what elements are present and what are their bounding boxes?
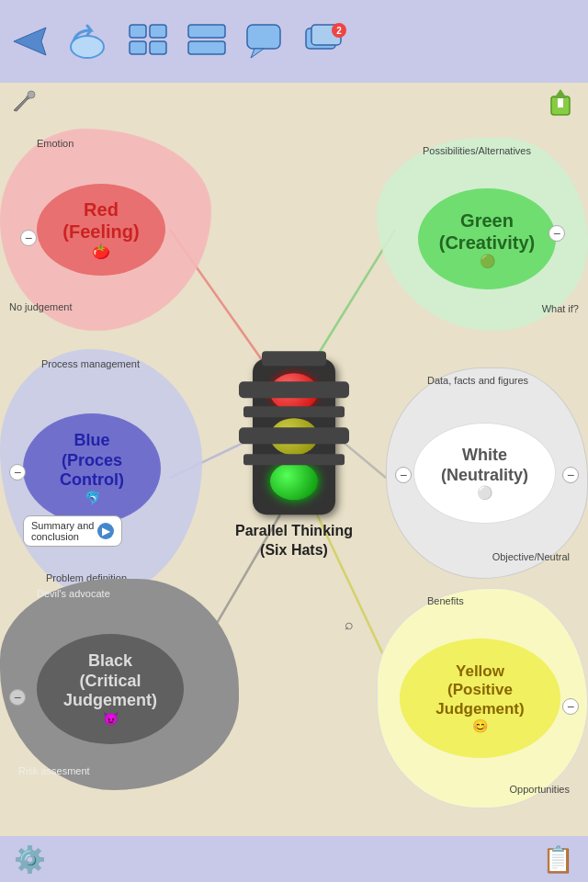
white-top-label: Data, facts and figures xyxy=(427,375,528,386)
blue-minus-btn[interactable]: − xyxy=(9,464,26,481)
svg-rect-6 xyxy=(188,25,225,38)
traffic-light xyxy=(253,358,335,514)
yellow-title: Yellow(PositiveJudgement) xyxy=(435,662,524,718)
white-minus-right-btn[interactable]: − xyxy=(562,467,579,483)
badge: 2 xyxy=(332,23,346,38)
svg-rect-2 xyxy=(130,25,146,38)
node-red[interactable]: Emotion Red(Feeling) 🍅 − No judgement xyxy=(0,129,211,331)
node-blue[interactable]: Process management Blue(ProcesControl) 🐬… xyxy=(0,349,202,597)
traffic-light-green xyxy=(270,463,318,501)
svg-text:⌕: ⌕ xyxy=(345,616,354,632)
black-minus-btn[interactable]: − xyxy=(9,689,26,706)
share-button[interactable] xyxy=(65,21,109,62)
svg-rect-8 xyxy=(247,25,280,49)
red-ellipse[interactable]: Red(Feeling) 🍅 xyxy=(37,184,165,276)
black-bottom-label: Risk assesment xyxy=(18,765,90,776)
svg-rect-4 xyxy=(150,25,166,38)
svg-rect-5 xyxy=(150,41,166,54)
blue-top-label: Process management xyxy=(41,358,140,369)
node-yellow[interactable]: Benefits Yellow(PositiveJudgement) 😊 − O… xyxy=(377,588,588,808)
summary-button[interactable]: Summary andconclusion ▶ xyxy=(23,515,122,547)
green-title: Green(Creativity) xyxy=(439,209,535,254)
node-green[interactable]: Possibilities/Alternatives Green(Creativ… xyxy=(377,138,588,331)
blue-title: Blue(ProcesControl) xyxy=(60,431,124,491)
export-button[interactable]: 2 xyxy=(302,21,348,62)
blue-ellipse[interactable]: Blue(ProcesControl) 🐬 xyxy=(23,413,161,524)
red-title: Red(Feeling) xyxy=(62,198,139,243)
svg-marker-0 xyxy=(14,28,46,55)
comment-button[interactable] xyxy=(243,21,288,62)
white-bottom-label: Objective/Neutral xyxy=(492,551,570,562)
green-top-label: Possibilities/Alternatives xyxy=(423,145,531,156)
summary-arrow-icon: ▶ xyxy=(97,523,114,539)
center-title: Parallel Thinking (Six Hats) xyxy=(220,522,368,560)
black-ellipse[interactable]: Black(CriticalJudgement) 😈 xyxy=(37,634,184,744)
green-ellipse[interactable]: Green(Creativity) 🟢 xyxy=(418,188,556,289)
node-white[interactable]: Data, facts and figures White(Neutrality… xyxy=(386,368,588,579)
red-bottom-label: No judgement xyxy=(9,301,73,312)
summary-label: Summary andconclusion xyxy=(31,520,94,542)
gear-button[interactable]: ⚙️ xyxy=(14,844,46,875)
white-ellipse[interactable]: White(Neutrality) ⚪ xyxy=(413,423,556,524)
wrench-icon[interactable] xyxy=(9,87,37,119)
traffic-light-red xyxy=(270,373,318,411)
yellow-top-label: Benefits xyxy=(427,595,464,606)
svg-marker-9 xyxy=(251,49,264,58)
bottom-bar: ⚙️ 📋 xyxy=(0,836,588,882)
node-black[interactable]: Devil's advocate Black(CriticalJudgement… xyxy=(0,579,239,790)
svg-point-22 xyxy=(28,91,35,98)
traffic-light-yellow xyxy=(270,418,318,456)
svg-point-1 xyxy=(71,36,104,58)
canvas: ⌕ Emotion Red(Feeling) 🍅 − No judgement … xyxy=(0,83,588,836)
app: 2 ⌕ Emotion Red(Feeling) xyxy=(0,0,588,882)
notepad-button[interactable]: 📋 xyxy=(542,844,574,875)
yellow-minus-btn[interactable]: − xyxy=(562,698,579,715)
svg-rect-3 xyxy=(130,41,146,54)
svg-marker-20 xyxy=(554,89,567,98)
black-top-label: Devil's advocate xyxy=(37,588,110,599)
layout1-button[interactable] xyxy=(126,21,170,62)
toolbar: 2 xyxy=(0,0,588,83)
green-bottom-label: What if? xyxy=(542,303,579,314)
node-center: Parallel Thinking (Six Hats) xyxy=(220,358,368,560)
red-minus-btn[interactable]: − xyxy=(20,230,37,246)
layout2-button[interactable] xyxy=(185,21,229,62)
back-button[interactable] xyxy=(9,23,51,60)
green-minus-btn[interactable]: − xyxy=(548,225,565,242)
black-title: Black(CriticalJudgement) xyxy=(63,651,157,711)
white-title: White(Neutrality) xyxy=(441,446,528,485)
yellow-bottom-label: Opportunities xyxy=(510,784,570,795)
red-top-label: Emotion xyxy=(37,138,74,149)
upload-icon[interactable] xyxy=(547,87,574,123)
svg-rect-21 xyxy=(558,98,563,107)
white-minus-left-btn[interactable]: − xyxy=(395,467,412,483)
yellow-ellipse[interactable]: Yellow(PositiveJudgement) 😊 xyxy=(400,639,560,758)
svg-rect-7 xyxy=(188,41,225,54)
